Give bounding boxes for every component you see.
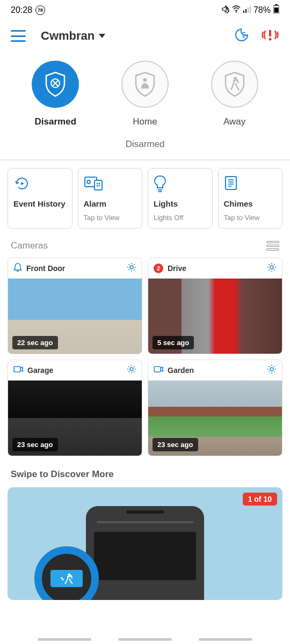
camera-timestamp: 22 sec ago [12,336,58,349]
tile-alarm[interactable]: Alarm Tap to View [78,168,143,229]
gear-icon[interactable] [127,262,136,274]
mode-disarmed[interactable]: Disarmed [32,61,79,127]
tile-title: Chimes [224,199,277,209]
svg-rect-3 [245,9,247,13]
alarm-icon [84,175,137,194]
camera-icon [13,365,23,375]
svg-rect-5 [250,6,251,13]
svg-rect-37 [154,367,161,372]
mode-label: Disarmed [35,116,76,127]
gear-icon[interactable] [267,262,277,274]
battery-icon [273,4,279,16]
night-mode-button[interactable] [234,27,249,45]
mode-label: Away [223,116,245,127]
camera-garage[interactable]: Garage 23 sec ago [8,360,142,456]
notification-count-badge: 78 [35,5,45,15]
svg-point-34 [270,266,273,269]
camera-timestamp: 23 sec ago [12,438,58,451]
svg-point-1 [236,11,237,12]
nav-indicator [0,638,290,641]
card-counter: 1 of 10 [243,493,277,506]
tile-title: Event History [13,199,67,209]
camera-garden[interactable]: Garden 23 sec ago [148,360,282,456]
svg-point-23 [98,183,100,185]
bell-icon [13,262,22,274]
camera-front-door[interactable]: Front Door 22 sec ago [8,258,142,354]
status-bar: 20:28 78 78% [0,0,290,20]
camera-icon [154,365,163,375]
tile-subtitle: Tap to View [224,214,277,222]
gear-icon[interactable] [267,364,277,376]
svg-rect-28 [226,177,236,189]
mute-icon [221,5,229,16]
mode-selector: Disarmed Home Away [0,50,290,133]
svg-rect-8 [274,8,279,13]
app-header: Cwmbran [0,20,290,50]
svg-point-13 [269,38,272,41]
svg-point-25 [98,185,100,187]
status-time: 20:28 [11,5,32,15]
mode-home[interactable]: Home [121,61,169,127]
svg-point-24 [96,185,98,187]
camera-name: Drive [168,264,263,273]
gear-icon[interactable] [127,364,136,376]
svg-point-22 [96,183,98,185]
mode-label: Home [133,116,157,127]
mode-away[interactable]: Away [211,61,258,127]
tile-title: Lights [154,199,207,209]
svg-rect-35 [14,367,20,372]
tile-event-history[interactable]: Event History [8,168,73,229]
svg-point-33 [130,266,133,269]
arm-status-text: Disarmed [0,133,290,159]
camera-name: Front Door [26,264,122,273]
svg-point-20 [87,180,90,184]
alert-button[interactable] [261,27,279,45]
svg-point-17 [143,78,147,82]
wifi-icon [232,5,241,15]
history-icon [13,175,67,194]
camera-name: Garden [168,366,263,375]
camera-preview[interactable]: 22 sec ago [8,279,142,354]
menu-button[interactable] [11,30,26,42]
tile-lights[interactable]: Lights Lights Off [148,168,213,229]
camera-preview[interactable]: 23 sec ago [8,380,142,456]
tile-subtitle: Lights Off [154,214,207,222]
lightbulb-icon [154,175,207,194]
tile-chimes[interactable]: Chimes Tap to View [218,168,283,229]
quick-tiles: Event History Alarm Tap to View Lights L… [0,160,290,236]
signal-icon [243,5,251,15]
alert-badge: 2 [154,264,163,273]
svg-point-18 [234,77,237,80]
phone-illustration [86,506,204,600]
tile-title: Alarm [84,199,137,209]
tile-subtitle: Tap to View [84,214,137,222]
camera-name: Garage [27,366,122,375]
svg-rect-4 [248,8,249,13]
chevron-down-icon[interactable] [99,34,105,38]
svg-point-36 [130,368,133,371]
svg-rect-12 [269,30,271,36]
section-title: Cameras [11,240,48,251]
camera-drive[interactable]: 2 Drive 5 sec ago [148,258,282,354]
camera-grid: Front Door 22 sec ago 2 Drive 5 sec ago … [0,258,290,456]
camera-preview[interactable]: 5 sec ago [148,279,282,354]
camera-preview[interactable]: 23 sec ago [148,380,282,456]
svg-point-38 [270,368,273,371]
list-view-button[interactable] [266,241,279,251]
battery-text: 78% [253,5,271,15]
chimes-icon [224,175,277,194]
svg-rect-21 [95,180,102,190]
camera-timestamp: 23 sec ago [153,438,198,451]
location-dropdown[interactable]: Cwmbran [41,29,95,43]
discover-title: Swipe to Discover More [0,456,290,487]
cameras-section-header: Cameras [0,236,290,258]
svg-rect-2 [243,11,244,13]
discover-card[interactable]: 1 of 10 [8,487,282,600]
camera-timestamp: 5 sec ago [153,336,194,349]
